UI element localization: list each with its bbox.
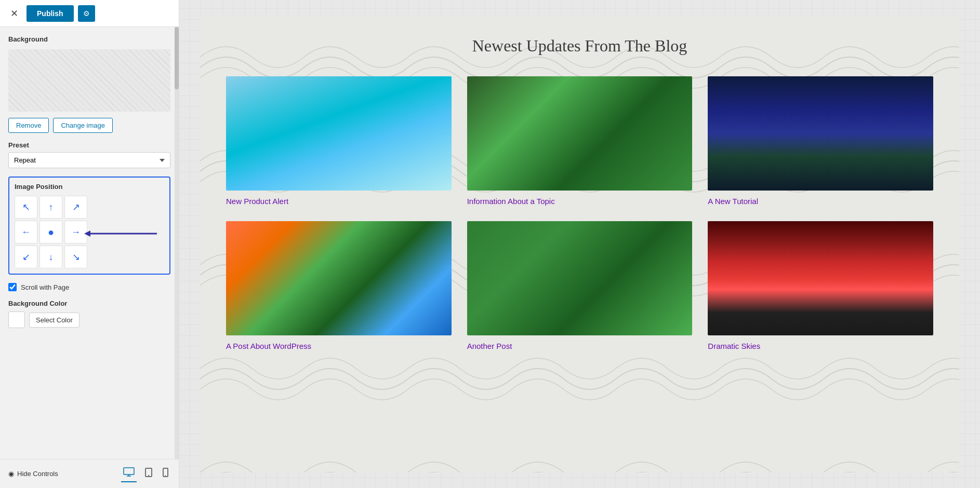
- change-image-button[interactable]: Change image: [53, 118, 113, 133]
- mobile-view-button[interactable]: [161, 465, 170, 482]
- position-top-right[interactable]: ↗: [64, 196, 87, 219]
- svg-rect-0: [124, 468, 134, 475]
- tablet-view-button[interactable]: [143, 465, 154, 482]
- scroll-with-page-label[interactable]: Scroll with Page: [21, 283, 69, 291]
- blog-card-4: A Post About WordPress: [226, 221, 452, 350]
- content-bg: Newest Updates From The Blog New Product…: [200, 16, 959, 472]
- image-action-buttons: Remove Change image: [8, 118, 170, 133]
- blog-grid: New Product Alert Information About a To…: [226, 76, 933, 350]
- blog-image-3: [708, 76, 933, 191]
- scroll-track: [175, 27, 179, 459]
- blog-card-5: Another Post: [467, 221, 693, 350]
- remove-button[interactable]: Remove: [8, 118, 49, 133]
- close-button[interactable]: ✕: [6, 6, 22, 21]
- scroll-thumb[interactable]: [175, 27, 179, 89]
- position-top-center[interactable]: ↑: [39, 196, 62, 219]
- image-position-title: Image Position: [15, 183, 164, 191]
- blog-card-2: Information About a Topic: [467, 76, 693, 206]
- blog-link-3[interactable]: A New Tutorial: [708, 197, 933, 206]
- image-position-section: Image Position ↖ ↑ ↗ ← ● → ↙ ↓ ↘: [8, 177, 170, 275]
- select-color-button[interactable]: Select Color: [29, 313, 80, 328]
- hide-controls-label: Hide Controls: [17, 470, 58, 478]
- position-grid: ↖ ↑ ↗ ← ● → ↙ ↓ ↘: [15, 196, 87, 268]
- position-middle-right[interactable]: →: [64, 221, 87, 243]
- blog-link-1[interactable]: New Product Alert: [226, 197, 452, 206]
- blog-link-5[interactable]: Another Post: [467, 342, 693, 350]
- preset-label: Preset: [8, 141, 170, 149]
- color-swatch[interactable]: [8, 311, 25, 328]
- svg-point-4: [148, 475, 149, 476]
- blog-image-5: [467, 221, 693, 335]
- settings-button[interactable]: ⚙: [78, 5, 95, 22]
- blog-image-2: [467, 76, 693, 191]
- position-middle-left[interactable]: ←: [15, 221, 37, 243]
- color-picker-row: Select Color: [8, 311, 170, 328]
- hide-controls-button[interactable]: ◉ Hide Controls: [8, 470, 58, 478]
- background-preview: [8, 49, 170, 112]
- blog-card-6: Dramatic Skies: [708, 221, 933, 350]
- preset-select[interactable]: Repeat Cover Contain No Repeat: [8, 152, 170, 168]
- blog-image-6: [708, 221, 933, 335]
- position-top-left[interactable]: ↖: [15, 196, 37, 219]
- position-bottom-left[interactable]: ↙: [15, 246, 37, 268]
- panel-content: Background Remove Change image Preset Re…: [0, 27, 179, 488]
- blog-title: Newest Updates From The Blog: [226, 36, 933, 56]
- svg-point-6: [165, 475, 166, 476]
- desktop-view-button[interactable]: [121, 465, 137, 482]
- position-middle-center[interactable]: ●: [39, 221, 62, 243]
- section-title: Background: [8, 33, 170, 45]
- bg-color-label: Background Color: [8, 300, 170, 307]
- scroll-with-page-checkbox[interactable]: [8, 283, 17, 291]
- left-panel: ✕ Publish ⚙ Background Remove Change ima…: [0, 0, 179, 488]
- position-bottom-center[interactable]: ↓: [39, 246, 62, 268]
- blog-card-1: New Product Alert: [226, 76, 452, 206]
- position-bottom-right[interactable]: ↘: [64, 246, 87, 268]
- blog-card-3: A New Tutorial: [708, 76, 933, 206]
- device-icons: [121, 465, 170, 482]
- bottom-bar: ◉ Hide Controls: [0, 459, 179, 488]
- top-bar: ✕ Publish ⚙: [0, 0, 179, 27]
- content-area[interactable]: Newest Updates From The Blog New Product…: [179, 0, 980, 488]
- hide-icon: ◉: [8, 470, 14, 478]
- blog-link-4[interactable]: A Post About WordPress: [226, 342, 452, 350]
- blog-link-6[interactable]: Dramatic Skies: [708, 342, 933, 350]
- blog-image-1: [226, 76, 452, 191]
- blog-image-4: [226, 221, 452, 335]
- blog-link-2[interactable]: Information About a Topic: [467, 197, 693, 206]
- publish-button[interactable]: Publish: [27, 5, 74, 22]
- scroll-with-page-row: Scroll with Page: [8, 283, 170, 291]
